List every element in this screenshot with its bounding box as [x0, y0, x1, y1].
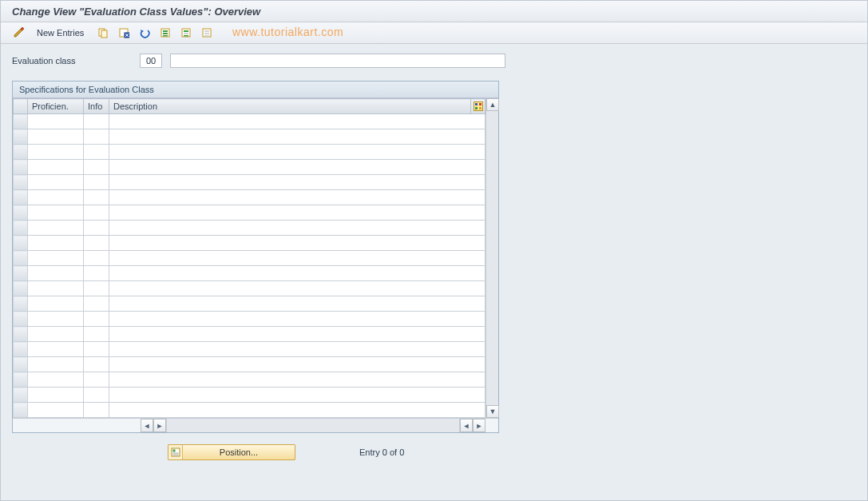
scroll-down-icon[interactable]: ▼	[486, 405, 499, 418]
svg-rect-24	[172, 455, 178, 455]
table-row[interactable]	[14, 357, 486, 372]
svg-rect-23	[172, 453, 178, 454]
svg-rect-7	[163, 35, 168, 37]
evaluation-class-label: Evaluation class	[12, 56, 132, 66]
table-row[interactable]	[14, 145, 486, 160]
page-title: Change View "Evaluation Class Values": O…	[1, 1, 867, 22]
table-row[interactable]	[14, 221, 486, 236]
svg-rect-14	[204, 33, 209, 34]
svg-rect-15	[204, 35, 209, 37]
svg-rect-5	[163, 30, 168, 32]
svg-rect-18	[479, 103, 482, 105]
panel-title: Specifications for Evaluation Class	[13, 82, 498, 98]
deselect-all-icon[interactable]	[198, 25, 216, 41]
specifications-panel: Specifications for Evaluation Class Prof…	[12, 81, 499, 433]
scroll-left-far-icon[interactable]: ◄	[460, 419, 473, 432]
svg-rect-11	[184, 35, 188, 37]
configure-columns-button[interactable]	[471, 99, 486, 114]
content-area: Evaluation class Specifications for Eval…	[1, 44, 867, 468]
table-row[interactable]	[14, 372, 486, 388]
table-row[interactable]	[14, 205, 486, 221]
column-proficiency[interactable]: Proficien.	[28, 99, 84, 114]
scroll-right-icon[interactable]: ►	[473, 419, 486, 432]
table-row[interactable]	[14, 403, 486, 418]
row-selector-header[interactable]	[14, 99, 28, 114]
undo-icon[interactable]	[136, 25, 153, 41]
footer-bar: Position... Entry 0 of 0	[12, 444, 856, 460]
table-row[interactable]	[14, 296, 486, 312]
table-row[interactable]	[14, 236, 486, 251]
table-row[interactable]	[14, 312, 486, 327]
evaluation-class-row: Evaluation class	[12, 54, 856, 68]
delete-icon[interactable]	[115, 25, 133, 41]
table-row[interactable]	[14, 388, 486, 403]
table-row[interactable]	[14, 251, 486, 266]
horizontal-scrollbar[interactable]: ◄ ► ◄ ►	[13, 418, 498, 432]
specifications-table: Proficien. Info Description	[13, 98, 486, 418]
toolbar: New Entries	[1, 22, 867, 44]
table-row[interactable]	[14, 342, 486, 357]
select-block-icon[interactable]	[177, 25, 195, 41]
table-row[interactable]	[14, 160, 486, 175]
select-all-icon[interactable]	[157, 25, 174, 41]
svg-rect-6	[163, 33, 168, 34]
vertical-scrollbar[interactable]: ▲ ▼	[486, 98, 498, 418]
table-row[interactable]	[14, 175, 486, 190]
edit-icon[interactable]	[10, 25, 28, 41]
table-row[interactable]	[14, 114, 486, 129]
evaluation-class-desc[interactable]	[170, 54, 505, 68]
position-label: Position...	[183, 447, 295, 457]
table-row[interactable]	[14, 281, 486, 296]
svg-rect-13	[204, 30, 209, 32]
svg-rect-22	[172, 450, 175, 452]
evaluation-class-value[interactable]	[140, 54, 162, 68]
copy-icon[interactable]	[94, 25, 112, 41]
svg-rect-17	[475, 103, 478, 105]
column-info[interactable]: Info	[84, 99, 109, 114]
svg-rect-19	[475, 107, 478, 109]
table-row[interactable]	[14, 266, 486, 281]
scroll-left-icon[interactable]: ◄	[141, 419, 153, 432]
watermark-text: www.tutorialkart.com	[232, 26, 343, 38]
svg-rect-9	[184, 30, 188, 32]
svg-rect-1	[101, 30, 107, 38]
position-button[interactable]: Position...	[168, 444, 295, 460]
scroll-right-near-icon[interactable]: ►	[153, 419, 166, 432]
table-row[interactable]	[14, 129, 486, 145]
entry-counter: Entry 0 of 0	[359, 447, 404, 457]
table-row[interactable]	[14, 327, 486, 342]
position-icon	[168, 445, 183, 459]
new-entries-button[interactable]: New Entries	[31, 26, 89, 40]
scroll-up-icon[interactable]: ▲	[486, 98, 499, 111]
svg-rect-20	[479, 107, 482, 109]
column-description[interactable]: Description	[109, 99, 471, 114]
svg-rect-10	[184, 33, 188, 34]
table-row[interactable]	[14, 190, 486, 205]
